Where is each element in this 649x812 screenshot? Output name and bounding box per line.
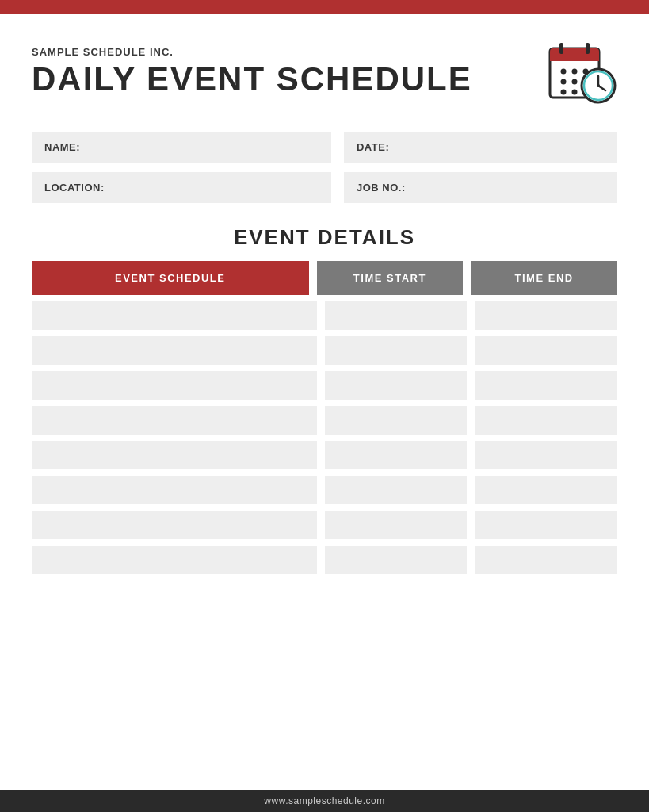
svg-rect-2	[550, 56, 599, 61]
start-cell[interactable]	[325, 546, 468, 574]
start-cell[interactable]	[325, 371, 468, 400]
form-row-1: NAME: DATE:	[32, 132, 617, 163]
name-field[interactable]: NAME:	[32, 132, 331, 163]
table-row	[32, 406, 617, 435]
svg-point-8	[561, 79, 567, 85]
col-header-event-schedule: EVENT SCHEDULE	[32, 261, 309, 295]
event-cell[interactable]	[32, 336, 317, 365]
table-row	[32, 441, 617, 469]
svg-rect-4	[586, 43, 590, 54]
form-row-2: LOCATION: JOB NO.:	[32, 172, 617, 203]
end-cell[interactable]	[475, 301, 617, 330]
end-cell[interactable]	[475, 371, 617, 400]
table-row	[32, 301, 617, 330]
date-field[interactable]: DATE:	[344, 132, 617, 163]
header: SAMPLE SCHEDULE INC. DAILY EVENT SCHEDUL…	[0, 14, 649, 124]
calendar-clock-icon	[546, 36, 617, 108]
start-cell[interactable]	[325, 301, 468, 330]
start-cell[interactable]	[325, 511, 468, 539]
start-cell[interactable]	[325, 406, 468, 435]
event-cell[interactable]	[32, 441, 317, 469]
company-name: SAMPLE SCHEDULE INC.	[32, 46, 472, 58]
event-cell[interactable]	[32, 511, 317, 539]
start-cell[interactable]	[325, 336, 468, 365]
footer-website: www.sampleschedule.com	[264, 795, 384, 806]
table-row	[32, 511, 617, 539]
svg-point-9	[572, 79, 578, 85]
page: SAMPLE SCHEDULE INC. DAILY EVENT SCHEDUL…	[0, 0, 649, 812]
bottom-bar: www.sampleschedule.com	[0, 790, 649, 812]
event-cell[interactable]	[32, 406, 317, 435]
end-cell[interactable]	[475, 336, 617, 365]
end-cell[interactable]	[475, 546, 617, 574]
start-cell[interactable]	[325, 441, 468, 469]
event-cell[interactable]	[32, 546, 317, 574]
table-row	[32, 546, 617, 574]
location-field[interactable]: LOCATION:	[32, 172, 331, 203]
top-bar	[0, 0, 649, 14]
col-header-time-start: TIME START	[317, 261, 464, 295]
end-cell[interactable]	[475, 476, 617, 504]
event-cell[interactable]	[32, 301, 317, 330]
table-section: EVENT SCHEDULE TIME START TIME END	[0, 261, 649, 771]
page-title: DAILY EVENT SCHEDULE	[32, 61, 472, 98]
table-body	[32, 295, 617, 574]
event-cell[interactable]	[32, 371, 317, 400]
end-cell[interactable]	[475, 441, 617, 469]
event-details-title: EVENT DETAILS	[0, 225, 649, 250]
svg-point-5	[561, 69, 567, 75]
event-cell[interactable]	[32, 476, 317, 504]
table-row	[32, 371, 617, 400]
end-cell[interactable]	[475, 406, 617, 435]
header-left: SAMPLE SCHEDULE INC. DAILY EVENT SCHEDUL…	[32, 46, 472, 98]
form-section: NAME: DATE: LOCATION: JOB NO.:	[0, 124, 649, 211]
table-row	[32, 476, 617, 504]
table-row	[32, 336, 617, 365]
svg-point-11	[572, 90, 578, 95]
svg-point-10	[561, 90, 567, 95]
job-no-field[interactable]: JOB NO.:	[344, 172, 617, 203]
col-header-time-end: TIME END	[471, 261, 617, 295]
end-cell[interactable]	[475, 511, 617, 539]
table-header: EVENT SCHEDULE TIME START TIME END	[32, 261, 617, 295]
svg-rect-3	[559, 43, 563, 54]
start-cell[interactable]	[325, 476, 468, 504]
svg-point-16	[597, 84, 600, 87]
svg-point-6	[572, 69, 578, 75]
